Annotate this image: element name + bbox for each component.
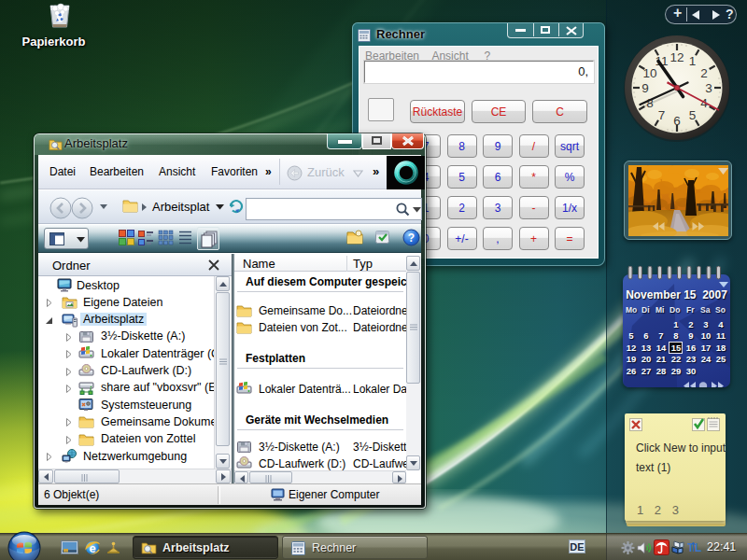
svg-text:12: 12 [669, 50, 684, 64]
svg-text:?: ? [408, 231, 415, 245]
svg-text:7: 7 [658, 108, 666, 122]
svg-text:9: 9 [641, 81, 649, 95]
svg-text:L: L [695, 541, 701, 554]
svg-text:1: 1 [689, 54, 697, 68]
svg-text:6: 6 [673, 114, 681, 128]
svg-text:2: 2 [700, 66, 708, 80]
svg-text:3: 3 [705, 81, 712, 95]
svg-text:5: 5 [689, 108, 697, 122]
